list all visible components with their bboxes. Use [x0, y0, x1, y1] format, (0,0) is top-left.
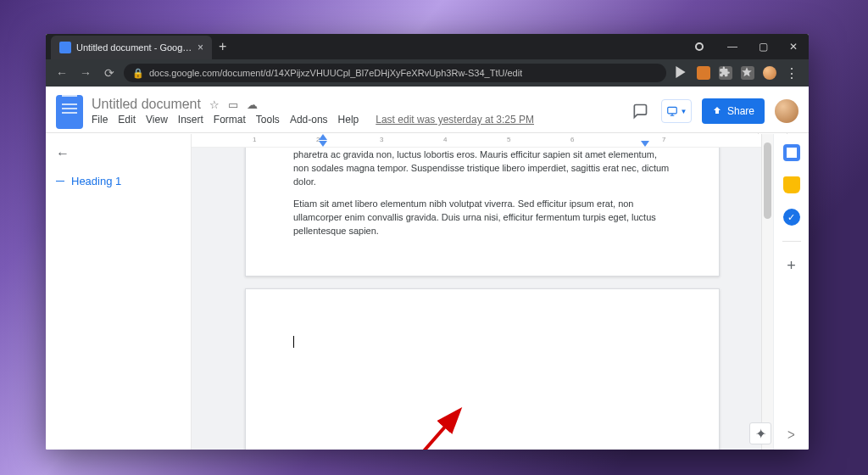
workspace: ← Heading 1 1 2 3 4 5 6 7 pharetra ac gr…: [46, 134, 809, 450]
ruler-mark: 3: [380, 136, 383, 143]
keep-addon-icon[interactable]: [783, 176, 800, 193]
menu-format[interactable]: Format: [214, 114, 246, 126]
menu-bar: File Edit View Insert Format Tools Add-o…: [92, 114, 534, 126]
text-cursor: [293, 336, 294, 348]
document-page-2[interactable]: [245, 288, 720, 450]
document-title[interactable]: Untitled document: [92, 97, 201, 112]
ruler-mark: 1: [253, 136, 256, 143]
window-close-button[interactable]: ✕: [778, 34, 809, 59]
body-paragraph: Etiam sit amet libero elementum nibh vol…: [293, 198, 671, 238]
new-tab-button[interactable]: +: [219, 39, 226, 54]
explore-button[interactable]: ✦: [749, 422, 771, 444]
ruler-mark: 4: [443, 136, 447, 143]
extension-play-icon[interactable]: [675, 66, 688, 80]
url-text: docs.google.com/document/d/14XPijxzVHUUC…: [149, 68, 522, 78]
document-page-1[interactable]: pharetra ac gravida non, luctus lobortis…: [245, 141, 720, 277]
ruler-mark: 6: [570, 136, 574, 143]
outline-item-label: Heading 1: [71, 175, 121, 187]
menu-file[interactable]: File: [92, 114, 108, 126]
document-title-row: Untitled document ☆ ▭ ☁: [92, 97, 534, 112]
menu-view[interactable]: View: [146, 114, 168, 126]
close-outline-button[interactable]: ←: [56, 146, 181, 161]
account-avatar[interactable]: [775, 99, 798, 123]
vertical-scrollbar[interactable]: [761, 134, 773, 450]
chrome-toolbar: ← → ⟳ 🔒 docs.google.com/document/d/14XPi…: [46, 59, 809, 87]
menu-tools[interactable]: Tools: [256, 114, 280, 126]
extension-icons: ⋮: [671, 65, 802, 81]
ruler-mark: 5: [507, 136, 510, 143]
tab-title: Untitled document - Google Docs: [76, 42, 192, 53]
window-maximize-button[interactable]: ▢: [748, 34, 778, 59]
address-bar[interactable]: 🔒 docs.google.com/document/d/14XPijxzVHU…: [124, 64, 666, 82]
tab-close-icon[interactable]: ×: [198, 42, 203, 53]
extensions-button[interactable]: [719, 66, 732, 80]
first-line-indent-icon[interactable]: [319, 134, 327, 140]
right-indent-icon[interactable]: [641, 141, 649, 147]
window-controls: — ▢ ✕: [695, 34, 809, 59]
side-panel-divider: [782, 241, 801, 242]
comments-button[interactable]: [629, 100, 651, 122]
get-addons-button[interactable]: +: [783, 257, 800, 274]
docs-favicon: [59, 42, 71, 53]
extension-toggle-icon[interactable]: [697, 66, 710, 80]
move-icon[interactable]: ▭: [228, 98, 238, 111]
nav-forward-button[interactable]: →: [76, 66, 95, 80]
chrome-tabstrip: Untitled document - Google Docs × + — ▢ …: [46, 34, 809, 59]
share-label: Share: [727, 105, 754, 117]
chrome-menu-button[interactable]: ⋮: [785, 65, 798, 81]
menu-help[interactable]: Help: [338, 114, 359, 126]
docs-logo-icon[interactable]: [56, 95, 83, 129]
scrollbar-thumb[interactable]: [764, 142, 771, 219]
cloud-status-icon[interactable]: ☁: [247, 98, 258, 111]
tasks-addon-icon[interactable]: [783, 209, 800, 226]
left-indent-icon[interactable]: [319, 141, 327, 147]
star-icon[interactable]: ☆: [209, 98, 220, 111]
outline-item-heading-1[interactable]: Heading 1: [56, 175, 181, 187]
calendar-addon-icon[interactable]: [783, 144, 800, 161]
docs-header: Untitled document ☆ ▭ ☁ File Edit View I…: [46, 87, 809, 132]
browser-window: Untitled document - Google Docs × + — ▢ …: [46, 34, 809, 450]
menu-insert[interactable]: Insert: [178, 114, 203, 126]
last-edit-text[interactable]: Last edit was yesterday at 3:25 PM: [376, 114, 534, 126]
body-paragraph: pharetra ac gravida non, luctus lobortis…: [293, 148, 671, 189]
bookmark-star-icon[interactable]: [741, 66, 754, 80]
hide-side-panel-button[interactable]: ᐳ: [787, 429, 795, 441]
ruler-mark: 7: [662, 136, 665, 143]
nav-reload-button[interactable]: ⟳: [100, 66, 119, 80]
share-button[interactable]: Share: [702, 98, 765, 124]
title-area: Untitled document ☆ ▭ ☁ File Edit View I…: [92, 97, 534, 126]
document-canvas[interactable]: 1 2 3 4 5 6 7 pharetra ac gravida non, l…: [192, 134, 773, 450]
side-panel: + ᐳ: [773, 134, 809, 450]
header-actions: ▼ Share: [629, 98, 798, 124]
svg-rect-0: [667, 107, 676, 114]
browser-tab[interactable]: Untitled document - Google Docs ×: [51, 36, 212, 59]
profile-avatar-icon[interactable]: [763, 66, 776, 80]
menu-edit[interactable]: Edit: [118, 114, 136, 126]
window-minimize-button[interactable]: —: [717, 34, 748, 59]
outline-bullet-icon: [56, 181, 64, 182]
horizontal-ruler[interactable]: 1 2 3 4 5 6 7: [192, 134, 773, 148]
menu-addons[interactable]: Add-ons: [290, 114, 328, 126]
document-outline: ← Heading 1: [46, 134, 192, 450]
secure-lock-icon: 🔒: [132, 68, 144, 79]
nav-back-button[interactable]: ←: [53, 66, 71, 80]
present-button[interactable]: ▼: [661, 99, 692, 123]
record-indicator-icon: [695, 42, 704, 51]
